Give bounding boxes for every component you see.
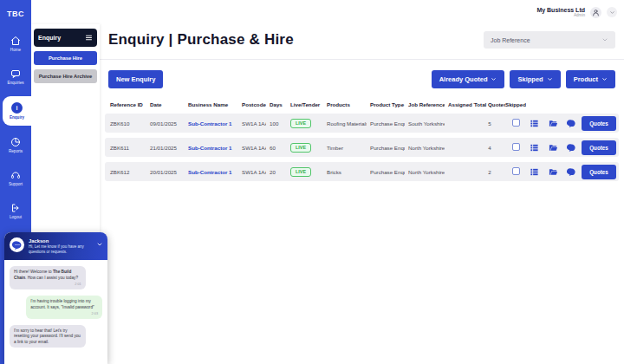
chat-agent-subtitle: Hi, Let me know if you have any question… — [29, 244, 91, 254]
chat-message-text: I'm sorry to hear that! Let's try resett… — [14, 328, 81, 344]
date-cell: 21/01/2025 — [146, 145, 185, 151]
sidebar-item-label: Home — [10, 48, 21, 52]
postcode-cell: SW1A 1AA — [238, 120, 266, 127]
avatar[interactable] — [590, 7, 601, 18]
main-content: My Business Ltd Admin Enquiry | Purchase… — [100, 0, 624, 364]
business-name-link[interactable]: Sub-Contractor 1 — [188, 120, 232, 127]
purchase-hire-archive-button[interactable]: Purchase Hire Archive — [34, 69, 97, 83]
folder-icon[interactable] — [549, 167, 558, 177]
enquiry-table: Reference ID Date Business Name Postcode… — [100, 97, 624, 181]
reference-id-cell: ZBK611 — [107, 145, 146, 151]
sidebar-item-label: Logout — [10, 215, 22, 219]
sidebar-item-home[interactable]: Home — [0, 30, 31, 57]
already-quoted-filter-button[interactable]: Already Quoted — [432, 70, 505, 88]
reports-icon — [10, 137, 21, 147]
postcode-cell: SW1A 1AA — [238, 169, 266, 175]
collapse-panel-icon[interactable] — [85, 34, 93, 42]
filter-label: Product — [574, 75, 598, 83]
chat-collapse-chevron-icon[interactable] — [96, 236, 103, 243]
filter-label: Skipped — [517, 75, 543, 83]
sidebar-item-support[interactable]: Support — [0, 165, 31, 192]
new-enquiry-button[interactable]: New Enquiry — [108, 70, 163, 88]
live-badge: LIVE — [290, 143, 311, 153]
sidebar-item-enquiries[interactable]: Enquiries — [0, 63, 31, 90]
folder-icon[interactable] — [549, 119, 558, 128]
chat-agent-avatar — [10, 237, 24, 252]
job-reference-select[interactable]: Job Reference — [484, 31, 615, 49]
table-row: ZBK610 09/01/2025 Sub-Contractor 1 SW1A … — [105, 114, 619, 133]
list-view-icon[interactable] — [530, 119, 539, 128]
page-title: Enquiry | Purchase & Hire — [108, 31, 294, 49]
chat-agent-info: Jackson Hi, Let me know if you have any … — [29, 237, 91, 254]
chat-message-user: I'm having trouble logging into my accou… — [26, 296, 102, 319]
column-header: Skipped — [505, 101, 526, 107]
chat-header: Jackson Hi, Let me know if you have any … — [4, 232, 107, 260]
panel-title: Enquiry — [38, 35, 61, 41]
column-header: Products — [323, 101, 367, 107]
total-quotes-cell: 4 — [474, 145, 505, 151]
user-menu-chevron-icon[interactable] — [607, 7, 617, 17]
user-info: My Business Ltd Admin — [536, 7, 585, 18]
date-cell: 09/01/2025 — [146, 120, 185, 127]
product-type-cell: Purchase Enquiry — [367, 145, 405, 151]
chat-message-text: . How can I assist you today? — [25, 276, 78, 280]
sidebar-item-reports[interactable]: Reports — [0, 132, 31, 159]
product-type-cell: Purchase Enquiry — [367, 169, 405, 175]
products-cell: Bricks — [323, 169, 367, 175]
quotes-button[interactable]: Quotes — [582, 165, 616, 179]
table-row: ZBK611 21/01/2025 Sub-Contractor 1 SW1A … — [105, 138, 619, 157]
quotes-button[interactable]: Quotes — [582, 116, 616, 131]
postcode-cell: SW1A 1AA — [238, 145, 266, 151]
user-name: My Business Ltd — [536, 7, 585, 14]
table-header-row: Reference ID Date Business Name Postcode… — [105, 99, 619, 114]
column-header: Postcode — [238, 101, 266, 107]
job-reference-cell: South Yorkshire — [405, 120, 445, 127]
chat-message-agent: Hi there! Welcome to The Build Chain. Ho… — [10, 266, 86, 289]
skipped-checkbox[interactable] — [512, 167, 520, 175]
sidebar-item-enquiry[interactable]: i Enquiry — [3, 96, 31, 126]
folder-icon[interactable] — [549, 143, 558, 153]
column-header: Days — [266, 101, 287, 107]
quotes-button[interactable]: Quotes — [582, 140, 616, 155]
page-header: Enquiry | Purchase & Hire Job Reference — [100, 24, 624, 60]
purchase-hire-button[interactable]: Purchase Hire — [34, 51, 97, 65]
column-header: Live/Tender — [287, 101, 323, 107]
business-name-link[interactable]: Sub-Contractor 1 — [188, 169, 232, 175]
chat-icon[interactable] — [567, 167, 576, 177]
actions-bar: New Enquiry Already Quoted Skipped Produ… — [100, 60, 624, 97]
reference-id-cell: ZBK610 — [107, 120, 146, 127]
skipped-checkbox[interactable] — [512, 143, 520, 151]
chevron-down-icon — [491, 76, 497, 82]
sidebar-item-label: Reports — [9, 149, 23, 153]
enquiry-icon: i — [11, 102, 23, 114]
user-role: Admin — [536, 13, 585, 17]
days-cell: 60 — [266, 145, 287, 151]
chat-icon[interactable] — [567, 143, 576, 153]
skipped-filter-button[interactable]: Skipped — [510, 70, 560, 88]
days-cell: 100 — [266, 120, 287, 127]
chat-message-text: I'm having trouble logging into my accou… — [30, 299, 94, 309]
total-quotes-cell: 2 — [474, 169, 505, 175]
chat-icon[interactable] — [567, 119, 576, 128]
chevron-down-icon — [601, 76, 608, 82]
sidebar-item-logout[interactable]: Logout — [0, 198, 31, 224]
skipped-checkbox[interactable] — [512, 119, 520, 127]
business-name-link[interactable]: Sub-Contractor 1 — [188, 145, 232, 151]
chat-widget: Jackson Hi, Let me know if you have any … — [4, 232, 107, 364]
sidebar-item-label: Enquiries — [7, 81, 23, 85]
sidebar-item-label: Support — [9, 182, 23, 186]
list-view-icon[interactable] — [530, 143, 539, 153]
list-view-icon[interactable] — [530, 167, 539, 177]
chat-message-time: 2:01 — [14, 283, 81, 287]
chevron-down-icon — [547, 76, 553, 82]
product-filter-button[interactable]: Product — [566, 70, 615, 88]
support-icon — [10, 170, 21, 180]
products-cell: Timber — [323, 145, 367, 151]
enquiries-icon — [10, 68, 21, 79]
chat-messages: Hi there! Welcome to The Build Chain. Ho… — [4, 260, 107, 360]
column-header: Assigned To — [445, 101, 474, 107]
app-logo: TBC — [0, 0, 31, 30]
chat-message-text: Hi there! Welcome to — [14, 270, 53, 274]
column-header: Reference ID — [107, 101, 146, 107]
column-header: Product Type — [367, 101, 405, 107]
